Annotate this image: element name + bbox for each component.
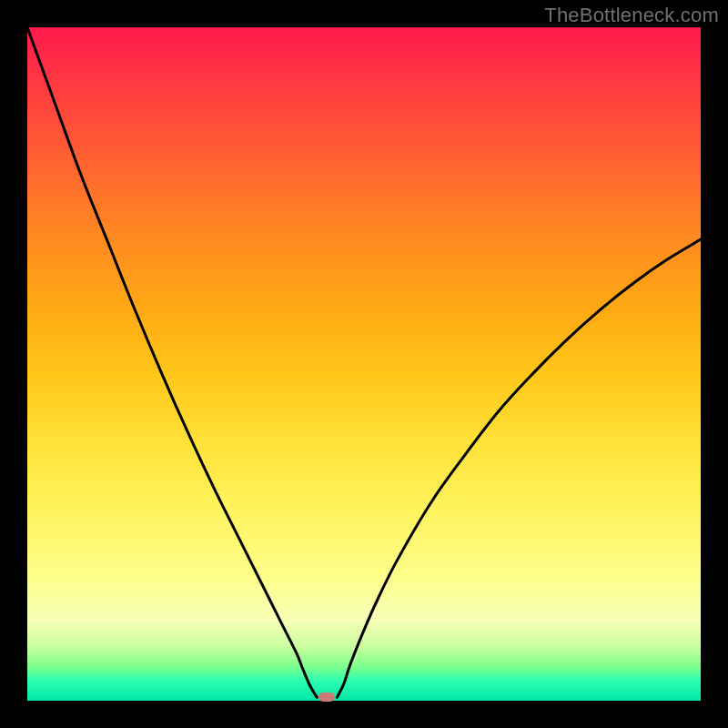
plot-area bbox=[27, 27, 701, 701]
curve-right bbox=[337, 239, 701, 697]
curve-left bbox=[27, 27, 317, 697]
watermark-text: TheBottleneck.com bbox=[544, 4, 719, 27]
curve-svg bbox=[27, 27, 701, 701]
outer-frame: TheBottleneck.com bbox=[0, 0, 728, 728]
trough-marker bbox=[318, 693, 335, 702]
